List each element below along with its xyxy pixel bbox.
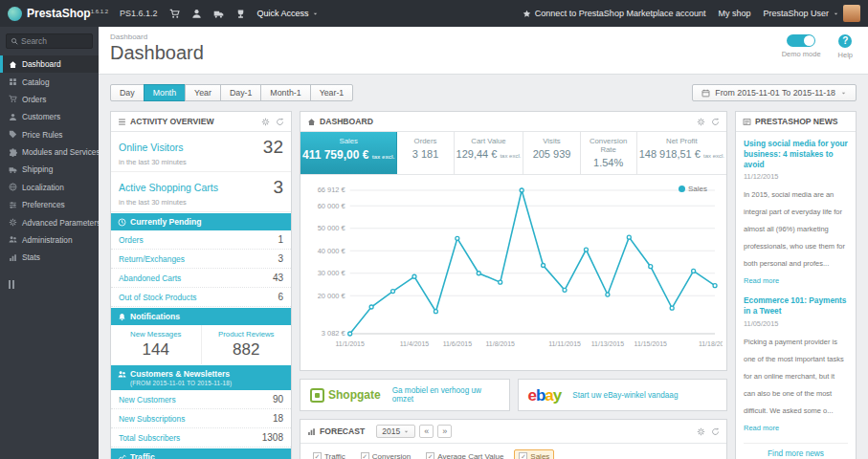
new-messages-cell[interactable]: New Messages 144	[111, 325, 202, 364]
active-carts-link[interactable]: Active Shopping Carts	[119, 182, 218, 193]
checkbox[interactable]: ✓	[361, 452, 369, 459]
prestashop-logo[interactable]: PrestaShop1.6.1.2	[8, 7, 108, 21]
checkbox[interactable]: ✓	[313, 452, 322, 459]
sidebar-item-label: Preferences	[22, 200, 65, 209]
date-range-label: From 2015-11-01 To 2015-11-18	[715, 88, 835, 98]
sidebar-item-customers[interactable]: Customers	[0, 108, 99, 125]
search-input[interactable]	[21, 36, 86, 46]
out-of-stock-link[interactable]: Out of Stock Products	[119, 293, 196, 302]
sidebar-item-localization[interactable]: Localization	[0, 179, 99, 196]
gear-icon[interactable]	[697, 118, 705, 126]
sidebar-item-administration[interactable]: Administration	[0, 231, 99, 249]
forecast-next-button[interactable]: »	[437, 425, 452, 438]
abandoned-carts-link[interactable]: Abandoned Carts	[119, 273, 181, 283]
kpi-net-profit[interactable]: Net Profit 148 918,51 € tax excl.	[637, 132, 726, 174]
sidebar-item-dashboard[interactable]: Dashboard	[0, 55, 99, 73]
product-reviews-link[interactable]: Product Reviews	[206, 330, 288, 339]
sidebar-item-preferences[interactable]: Preferences	[0, 196, 99, 213]
new-customers-link[interactable]: New Customers	[119, 395, 176, 404]
traffic-header: Traffic(FROM 2015-11-01 TO 2015-11-18)	[111, 448, 291, 459]
refresh-icon[interactable]	[711, 118, 720, 126]
help-control: ? Help	[838, 34, 853, 59]
sidebar-item-orders[interactable]: Orders	[0, 91, 99, 108]
chevron-down-icon	[403, 428, 410, 435]
filter-year-button[interactable]: Year	[185, 84, 221, 101]
sidebar-item-label: Advanced Parameters	[22, 218, 99, 228]
sidebar-item-modules[interactable]: Modules and Services	[0, 143, 99, 161]
forecast-legend: ✓Traffic ✓Conversion ✓Average Cart Value…	[300, 444, 726, 459]
dashboard-panel: DASHBOARD Sales 411 759,00 € tax excl. O…	[300, 111, 727, 371]
read-more-link[interactable]: Read more	[744, 276, 779, 285]
chart-legend: Sales	[679, 185, 707, 193]
breadcrumb: Dashboard	[110, 33, 857, 41]
kpi-cart-value[interactable]: Cart Value 129,44 € tax excl.	[455, 132, 524, 174]
new-subscriptions-link[interactable]: New Subscriptions	[119, 414, 185, 424]
article-headline-link[interactable]: Using social media for your business: 4 …	[744, 139, 848, 169]
article-headline-link[interactable]: Ecommerce 101: Payments in a Tweet	[744, 295, 848, 317]
find-more-news-link[interactable]: Find more news	[744, 443, 848, 459]
date-range-picker[interactable]: From 2015-11-01 To 2015-11-18	[692, 84, 857, 101]
marketplace-link[interactable]: Connect to PrestaShop Marketplace accoun…	[523, 9, 706, 18]
refresh-icon[interactable]	[711, 427, 720, 436]
sidebar-item-price-rules[interactable]: Price Rules	[0, 126, 99, 143]
kpi-orders[interactable]: Orders 3 181	[397, 132, 454, 174]
clock-icon	[118, 218, 126, 227]
star-icon	[523, 10, 531, 18]
demo-mode-label: Demo mode	[782, 50, 821, 58]
checkbox[interactable]: ✓	[426, 452, 434, 459]
shipping-shortcut-icon[interactable]	[213, 9, 224, 19]
pending-orders-link[interactable]: Orders	[119, 235, 144, 245]
read-more-link[interactable]: Read more	[744, 424, 779, 432]
svg-text:66 912 €: 66 912 €	[318, 186, 346, 194]
legend-conversion[interactable]: ✓Conversion	[356, 449, 415, 459]
legend-traffic[interactable]: ✓Traffic	[308, 449, 350, 459]
help-icon[interactable]: ?	[838, 34, 852, 48]
forecast-year-select[interactable]: 2015	[376, 425, 415, 438]
filter-month-1-button[interactable]: Month-1	[260, 84, 310, 101]
sidebar-collapse-button[interactable]	[9, 280, 90, 289]
gear-icon[interactable]	[261, 118, 270, 126]
legend-sales[interactable]: ✓Sales	[514, 449, 554, 459]
online-visitors-link[interactable]: Online Visitors	[119, 142, 184, 153]
pending-row: Orders1	[111, 230, 291, 250]
checkbox[interactable]: ✓	[519, 452, 527, 459]
sidebar-item-catalog[interactable]: Catalog	[0, 73, 99, 90]
total-subscribers-link[interactable]: Total Subscribers	[119, 433, 180, 443]
filter-day-button[interactable]: Day	[110, 84, 145, 101]
kpi-conversion-rate[interactable]: Conversion Rate 1.54%	[581, 132, 637, 174]
new-messages-link[interactable]: New Messages	[115, 330, 197, 339]
tag-icon	[9, 130, 17, 139]
sidebar-item-stats[interactable]: Stats	[0, 249, 99, 266]
ebay-logo[interactable]: ebay	[528, 387, 562, 404]
customers-newsletters-header: Customers & Newsletters(FROM 2015-11-01 …	[111, 365, 291, 390]
pending-orders-value: 1	[278, 234, 283, 245]
forecast-prev-button[interactable]: «	[419, 425, 434, 438]
sidebar-item-shipping[interactable]: Shipping	[0, 161, 99, 178]
sidebar-item-advanced-parameters[interactable]: Advanced Parameters	[0, 213, 99, 230]
customers-shortcut-icon[interactable]	[191, 9, 202, 19]
product-reviews-cell[interactable]: Product Reviews 882	[202, 325, 292, 364]
customers-row: Total Subscribers1308	[111, 428, 291, 448]
online-visitors-value: 32	[263, 137, 283, 158]
panel-title: FORECAST	[320, 426, 365, 436]
filter-year-1-button[interactable]: Year-1	[310, 84, 354, 101]
pending-returns-link[interactable]: Return/Exchanges	[119, 254, 185, 264]
svg-text:11/11/2015: 11/11/2015	[548, 340, 581, 347]
shopgate-link[interactable]: Ga mobiel en verhoog uw omzet	[392, 386, 500, 404]
shopgate-logo[interactable]: Shopgate	[310, 388, 381, 403]
legend-average-cart-value[interactable]: ✓Average Cart Value	[421, 449, 508, 459]
ebay-link[interactable]: Start uw eBay-winkel vandaag	[572, 391, 678, 400]
user-menu[interactable]: PrestaShop User	[763, 5, 860, 22]
kpi-visits[interactable]: Visits 205 939	[523, 132, 580, 174]
quick-access-menu[interactable]: Quick Access	[257, 9, 319, 18]
trophy-icon[interactable]	[235, 9, 246, 19]
my-shop-link[interactable]: My shop	[718, 9, 750, 18]
orders-shortcut-icon[interactable]	[169, 9, 180, 19]
users-icon	[9, 235, 17, 244]
demo-mode-toggle[interactable]	[787, 34, 815, 47]
gear-icon[interactable]	[697, 427, 705, 436]
kpi-sales[interactable]: Sales 411 759,00 € tax excl.	[300, 132, 397, 174]
filter-day-1-button[interactable]: Day-1	[220, 84, 261, 101]
filter-month-button[interactable]: Month	[144, 84, 186, 101]
refresh-icon[interactable]	[276, 118, 284, 126]
